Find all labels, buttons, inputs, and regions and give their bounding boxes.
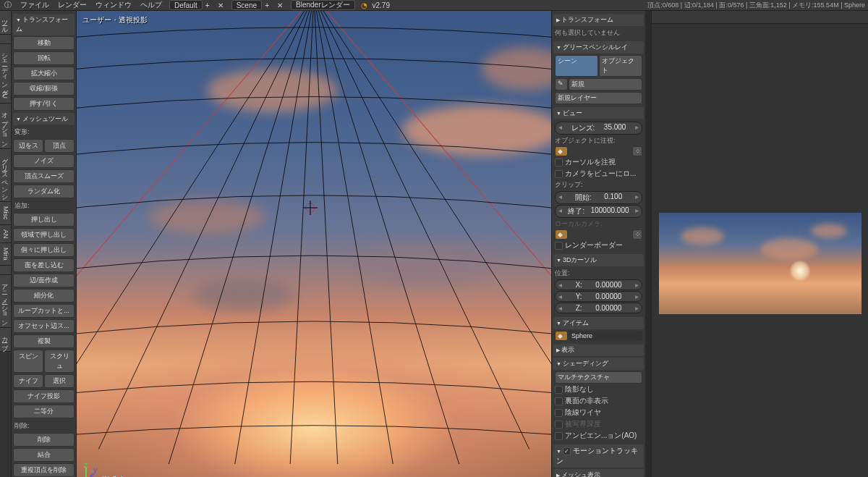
shadeless-check[interactable] xyxy=(555,386,563,394)
meshtools-panel-head[interactable]: メッシュツール xyxy=(13,113,75,125)
tool-noise[interactable]: ノイズ xyxy=(13,154,75,168)
tool-shrink[interactable]: 収縮/膨張 xyxy=(13,82,75,96)
focus-eyedrop-icon[interactable]: ⁘ xyxy=(632,146,642,156)
vtab-shading[interactable]: シェーディング/U xyxy=(0,44,11,104)
tool-delete[interactable]: 削除 xyxy=(13,433,75,447)
lens-field[interactable]: ◂レンズ:35.000▸ xyxy=(555,122,642,135)
image-view[interactable]: ◧ ビュー 選択 画像 UV incskies_030_8k.png F xyxy=(652,24,868,477)
tool-extrude[interactable]: 押し出し xyxy=(13,213,75,227)
localcam-eyedrop-icon[interactable]: ⁘ xyxy=(632,229,642,240)
tool-smooth[interactable]: 頂点スムーズ xyxy=(13,169,75,183)
vtab-options[interactable]: オプション xyxy=(0,104,11,149)
tool-translate[interactable]: 移動 xyxy=(13,36,75,50)
motion-prop-head[interactable]: モーショントラッキン xyxy=(553,444,644,468)
gp-tab-object[interactable]: オブジェクト xyxy=(599,55,642,77)
tool-extrude-region[interactable]: 領域で押し出し xyxy=(13,228,75,242)
tool-makeface[interactable]: 辺/面作成 xyxy=(13,274,75,287)
menu-help[interactable]: ヘルプ xyxy=(136,0,166,10)
renderer-selector[interactable]: Blenderレンダー xyxy=(291,0,354,10)
transform-prop-head[interactable]: トランスフォーム xyxy=(553,14,644,26)
gpencil-prop-head[interactable]: グリースペンシルレイ xyxy=(553,41,644,54)
tool-subdivide[interactable]: 細分化 xyxy=(13,289,75,303)
tool-edgeslide[interactable]: 辺をス xyxy=(13,139,43,153)
vtab-create[interactable]: 作成 xyxy=(0,35,11,44)
gp-new-layer[interactable]: 新規レイヤー xyxy=(555,92,642,104)
version-label: v2.79 xyxy=(373,1,390,9)
tool-vertex[interactable]: 頂点 xyxy=(44,139,75,153)
vtab-an[interactable]: AN xyxy=(0,225,11,244)
vtab-animation[interactable]: アニメーション xyxy=(0,275,11,328)
tool-loopcut[interactable]: ループカットと... xyxy=(13,304,75,318)
lock-cursor-check[interactable] xyxy=(555,159,563,166)
info-editor-icon[interactable]: ⓘ xyxy=(3,0,13,10)
clip-label: クリップ: xyxy=(555,180,642,190)
focus-cube-icon[interactable]: ◆ xyxy=(555,146,568,156)
menu-window[interactable]: ウィンドウ xyxy=(91,0,136,10)
vtab-gpencil[interactable]: グリースペンシ xyxy=(0,149,11,202)
axis-gizmo-icon: x z y xyxy=(82,463,104,477)
gp-tab-scene[interactable]: シーン xyxy=(555,55,598,77)
item-prop-head[interactable]: アイテム xyxy=(553,317,644,329)
clip-start-field[interactable]: ◂開始:0.100▸ xyxy=(555,191,642,204)
hiddenwire-check[interactable] xyxy=(555,409,563,417)
tool-bisect[interactable]: 二等分 xyxy=(13,405,75,418)
scene-selector[interactable]: Scene xyxy=(231,0,262,10)
tool-scale[interactable]: 拡大縮小 xyxy=(13,67,75,80)
area-divider[interactable] xyxy=(645,11,651,477)
tool-pushpull[interactable]: 押す/引く xyxy=(13,97,75,111)
tool-select[interactable]: 選択 xyxy=(44,374,75,388)
ao-check[interactable] xyxy=(555,432,563,440)
tool-removedoubles[interactable]: 重複頂点を削除 xyxy=(13,463,75,477)
add-scene-icon[interactable]: + xyxy=(262,0,272,10)
tool-knife[interactable]: ナイフ xyxy=(13,374,43,388)
tool-offsetedge[interactable]: オフセット辺ス... xyxy=(13,319,75,333)
position-label: 位置: xyxy=(555,268,642,279)
tool-screw[interactable]: スクリュ xyxy=(44,350,75,373)
remove-scene-icon[interactable]: ✕ xyxy=(275,0,285,10)
shading-mode-select[interactable]: マルチテクスチャ xyxy=(555,371,642,384)
tool-merge[interactable]: 結合 xyxy=(13,448,75,462)
add-layout-icon[interactable]: + xyxy=(203,0,213,10)
cursor-prop-head[interactable]: 3Dカーソル xyxy=(553,254,644,266)
remove-layout-icon[interactable]: ✕ xyxy=(216,0,226,10)
vtab-display[interactable]: 表示 xyxy=(0,266,11,275)
menu-render[interactable]: レンダー xyxy=(54,0,91,10)
tool-duplicate[interactable]: 複製 xyxy=(13,334,75,348)
gp-new-btn[interactable]: 新規 xyxy=(569,78,642,90)
vtab-misc[interactable]: Misc xyxy=(0,202,11,225)
blender-logo-icon: ◔ xyxy=(359,0,370,10)
render-border-check[interactable] xyxy=(555,242,563,250)
meshdisplay-prop-head[interactable]: メッシュ表示 xyxy=(553,469,644,477)
svg-line-17 xyxy=(86,474,93,477)
cursor-z-field[interactable]: ◂Z:0.00000▸ xyxy=(555,303,642,313)
view-prop-head[interactable]: ビュー xyxy=(553,107,644,119)
lock-camera-check[interactable] xyxy=(555,170,563,178)
gp-brush-icon[interactable]: ✎ xyxy=(555,78,568,90)
tool-inset[interactable]: 面を差し込む xyxy=(13,258,75,272)
cursor-x-field[interactable]: ◂X:0.00000▸ xyxy=(555,279,642,290)
scene-stats: 頂点:0/608 | 辺:0/1,184 | 面:0/576 | 三角面:1,1… xyxy=(647,1,865,10)
dof-check[interactable] xyxy=(555,421,563,429)
clip-end-field[interactable]: ◂終了:100000.000▸ xyxy=(555,205,642,218)
transform-panel-head[interactable]: トランスフォーム xyxy=(13,14,75,35)
properties-region: トランスフォーム 何も選択していません グリースペンシルレイ シーン オブジェク… xyxy=(551,11,645,477)
backface-check[interactable] xyxy=(555,397,563,405)
layout-selector[interactable]: Default xyxy=(169,0,203,10)
shading-prop-head[interactable]: シェーディング xyxy=(553,358,644,370)
tool-randomize[interactable]: ランダム化 xyxy=(13,185,75,198)
tool-shelf: トランスフォーム 移動 回転 拡大縮小 収縮/膨張 押す/引く メッシュツール … xyxy=(12,11,77,477)
menu-file[interactable]: ファイル xyxy=(16,0,54,10)
tool-knifeproject[interactable]: ナイフ投影 xyxy=(13,389,75,403)
tool-rotate[interactable]: 回転 xyxy=(13,51,75,65)
localcam-icon[interactable]: ◆ xyxy=(555,229,568,240)
display-prop-head[interactable]: 表示 xyxy=(553,344,644,356)
item-name-field[interactable]: Sphere xyxy=(569,331,642,341)
vtab-curve[interactable]: カーブ xyxy=(0,328,11,352)
motion-check[interactable] xyxy=(563,447,571,455)
vtab-mira[interactable]: Mira xyxy=(0,243,11,266)
tool-extrude-indiv[interactable]: 個々に押し出し xyxy=(13,243,75,257)
tool-spin[interactable]: スピン xyxy=(13,350,43,373)
vtab-tools[interactable]: ツール xyxy=(0,11,11,35)
cursor-y-field[interactable]: ◂Y:0.00000▸ xyxy=(555,291,642,302)
3d-viewport[interactable]: ユーザー・透視投影 (1) Sphere x z y ◧ ビュー 選択 追加 メ… xyxy=(77,11,551,477)
